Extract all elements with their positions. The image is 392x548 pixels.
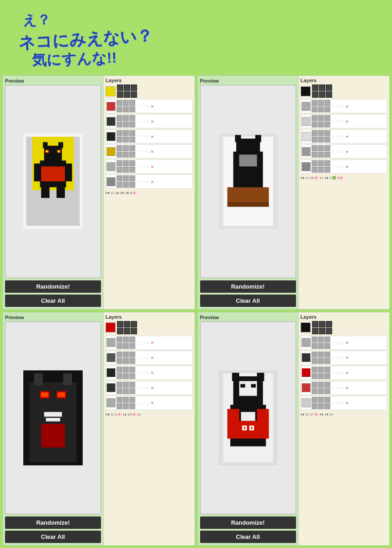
layer-up-button[interactable]: ↑ [339,104,341,108]
randomize-button-2[interactable]: Randomize! [200,280,296,293]
layer-down-button[interactable]: ↓ [342,119,344,123]
layer-menu-button[interactable]: ⋮⋮ [331,164,339,169]
layer-up-button[interactable]: ↑ [144,386,146,390]
layer-down-button[interactable]: ↓ [342,386,344,390]
clear-all-button-1[interactable]: Clear All [5,295,101,307]
layer-menu-button[interactable]: ⋮⋮ [136,164,143,169]
layer-icon-cell [312,321,318,327]
layer-down-button[interactable]: ↓ [147,371,149,375]
layer-down-button[interactable]: ↓ [147,356,149,360]
layer-up-button[interactable]: ↑ [144,119,146,123]
layer-delete-button[interactable]: × [151,400,154,406]
layer-up-button[interactable]: ↑ [144,341,146,345]
layer-menu-button[interactable]: ⋮⋮ [136,341,143,345]
layer-menu-button[interactable]: ⋮⋮ [136,134,143,138]
layer-menu-button[interactable]: ⋮⋮ [331,149,339,153]
mini-icon-cell [318,145,324,151]
layer-delete-button[interactable]: × [151,340,154,345]
layer-up-button[interactable]: ↑ [144,371,146,375]
layer-delete-button[interactable]: × [346,149,349,154]
layer-delete-button[interactable]: × [346,400,349,406]
clear-all-button-4[interactable]: Clear All [200,531,296,543]
layer-down-button[interactable]: ↓ [147,104,149,108]
layer-down-button[interactable]: ↓ [147,119,149,123]
layer-delete-button[interactable]: × [346,164,349,169]
layer-delete-button[interactable]: × [151,385,154,390]
layer-up-button[interactable]: ↑ [339,149,341,153]
layer-delete-button[interactable]: × [151,370,154,375]
layer-down-button[interactable]: ↓ [147,164,149,169]
layer-icon-cell [117,328,123,334]
layer-menu-button[interactable]: ⋮⋮ [136,401,143,405]
layer-up-button[interactable]: ↑ [339,119,341,123]
layer-menu-button[interactable]: ⋮⋮ [136,386,143,390]
layer-down-button[interactable]: ↓ [342,149,344,153]
layer-menu-button[interactable]: ⋮⋮ [136,179,143,184]
layer-down-button[interactable]: ↓ [342,164,344,169]
layer-menu-button[interactable]: ⋮⋮ [331,119,339,123]
layer-down-button[interactable]: ↓ [342,356,344,360]
layer-down-button[interactable]: ↓ [342,134,344,138]
layer-down-button[interactable]: ↓ [147,134,149,138]
layer-up-button[interactable]: ↑ [144,356,146,360]
layer-up-button[interactable]: ↑ [339,401,341,405]
layer-down-button[interactable]: ↓ [147,179,149,184]
panel-4: Preview Randomize! Clear All Layers ⋮⋮↑↓… [197,312,390,546]
layer-up-button[interactable]: ↑ [339,386,341,390]
layer-menu-button[interactable]: ⋮⋮ [136,119,143,123]
randomize-button-4[interactable]: Randomize! [200,516,296,529]
layer-down-button[interactable]: ↓ [147,401,149,405]
layer-delete-button[interactable]: × [346,104,349,109]
layer-delete-button[interactable]: × [151,134,154,139]
mini-icon-cell [129,121,135,127]
layer-delete-button[interactable]: × [346,370,349,375]
layer-up-button[interactable]: ↑ [144,401,146,405]
layer-down-button[interactable]: ↓ [147,386,149,390]
layer-menu-button[interactable]: ⋮⋮ [136,149,143,153]
mini-icon-cell [117,373,122,379]
layer-delete-button[interactable]: × [151,179,154,184]
layer-down-button[interactable]: ↓ [342,371,344,375]
layer-menu-button[interactable]: ⋮⋮ [136,371,143,375]
layer-down-button[interactable]: ↓ [342,341,344,345]
layer-menu-button[interactable]: ⋮⋮ [331,401,339,405]
layer-up-button[interactable]: ↑ [339,371,341,375]
layer-delete-button[interactable]: × [346,340,349,345]
layer-delete-button[interactable]: × [151,149,154,154]
layer-up-button[interactable]: ↑ [339,164,341,169]
layer-up-button[interactable]: ↑ [144,104,146,108]
layer-delete-button[interactable]: × [346,385,349,390]
layer-delete-button[interactable]: × [151,119,154,124]
layer-delete-button[interactable]: × [346,355,349,360]
randomize-button-1[interactable]: Randomize! [5,280,101,293]
mini-icon-cell [312,145,318,151]
clear-all-button-2[interactable]: Clear All [200,295,296,307]
layer-up-button[interactable]: ↑ [339,341,341,345]
layer-menu-button[interactable]: ⋮⋮ [331,356,339,360]
layer-down-button[interactable]: ↓ [147,341,149,345]
mini-icon-cell [312,100,318,106]
layer-down-button[interactable]: ↓ [147,149,149,153]
layer-up-button[interactable]: ↑ [339,356,341,360]
layer-down-button[interactable]: ↓ [342,401,344,405]
layer-menu-button[interactable]: ⋮⋮ [331,371,339,375]
layer-menu-button[interactable]: ⋮⋮ [136,104,143,108]
layer-down-button[interactable]: ↓ [342,104,344,108]
layer-delete-button[interactable]: × [346,134,349,139]
layer-up-button[interactable]: ↑ [144,149,146,153]
layer-menu-button[interactable]: ⋮⋮ [136,356,143,360]
clear-all-button-3[interactable]: Clear All [5,531,101,543]
layer-up-button[interactable]: ↑ [144,179,146,184]
layer-up-button[interactable]: ↑ [144,134,146,138]
layer-up-button[interactable]: ↑ [144,164,146,169]
layer-menu-button[interactable]: ⋮⋮ [331,386,339,390]
randomize-button-3[interactable]: Randomize! [5,516,101,529]
layer-delete-button[interactable]: × [151,104,154,109]
layer-up-button[interactable]: ↑ [339,134,341,138]
layer-menu-button[interactable]: ⋮⋮ [331,104,339,108]
layer-delete-button[interactable]: × [151,164,154,169]
layer-menu-button[interactable]: ⋮⋮ [331,134,339,138]
layer-menu-button[interactable]: ⋮⋮ [331,341,339,345]
layer-delete-button[interactable]: × [346,119,349,124]
layer-delete-button[interactable]: × [151,355,154,360]
